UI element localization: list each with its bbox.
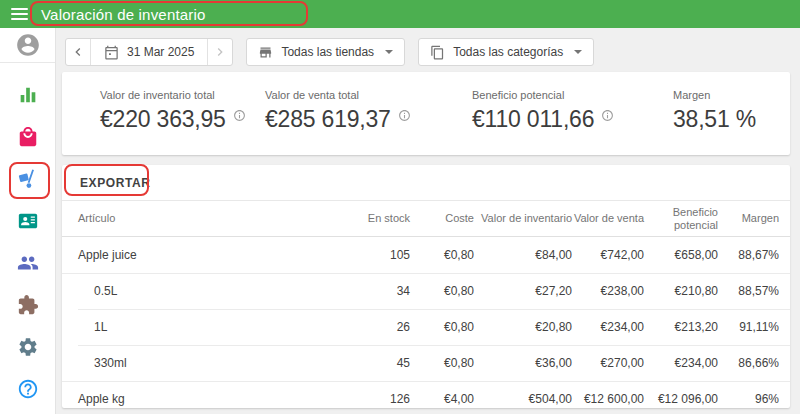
calendar-icon bbox=[104, 45, 119, 60]
account-icon bbox=[15, 32, 41, 58]
sidebar-item-integrations[interactable] bbox=[0, 284, 55, 326]
sidebar-item-reports[interactable] bbox=[0, 74, 55, 116]
value-cell: 88,67% bbox=[718, 248, 779, 262]
value-cell: €504,00 bbox=[474, 392, 572, 406]
info-icon[interactable] bbox=[398, 109, 411, 122]
column-header: Beneficio potencial bbox=[644, 206, 718, 232]
bar-chart-icon bbox=[17, 84, 39, 106]
value-cell: €12 600,00 bbox=[572, 392, 644, 406]
people-icon bbox=[17, 252, 39, 274]
table-row[interactable]: Apple kg126€4,00€504,00€12 600,00€12 096… bbox=[62, 381, 790, 408]
table-header: ArtículoEn stockCosteValor de inventario… bbox=[62, 200, 790, 237]
chevron-down-icon bbox=[574, 50, 582, 54]
row-divider bbox=[62, 381, 790, 382]
value-cell: 34 bbox=[320, 284, 410, 298]
sidebar-item-settings[interactable] bbox=[0, 326, 55, 368]
info-icon[interactable] bbox=[233, 109, 246, 122]
sidebar-nav bbox=[0, 63, 55, 410]
value-cell: €234,00 bbox=[644, 356, 718, 370]
value-cell: €238,00 bbox=[572, 284, 644, 298]
stat-retail-value: Valor de venta total €285 619,37 bbox=[265, 89, 411, 133]
value-cell: €36,00 bbox=[474, 356, 572, 370]
inventory-table-card: EXPORTAR ArtículoEn stockCosteValor de i… bbox=[62, 165, 790, 408]
column-header: Artículo bbox=[62, 212, 320, 225]
chevron-left-icon bbox=[70, 44, 86, 60]
chevron-right-icon bbox=[212, 44, 228, 60]
value-cell: 86,66% bbox=[718, 356, 779, 370]
sidebar-item-employees[interactable] bbox=[0, 242, 55, 284]
value-cell: €27,20 bbox=[474, 284, 572, 298]
date-value: 31 Mar 2025 bbox=[127, 45, 194, 59]
row-divider bbox=[78, 345, 790, 346]
table-row[interactable]: 330ml45€0,80€36,00€270,00€234,0086,66% bbox=[62, 345, 790, 381]
stat-label: Valor de inventario total bbox=[100, 89, 246, 101]
column-header: Margen bbox=[718, 212, 779, 225]
column-header: Valor de venta bbox=[572, 212, 644, 225]
stat-potential-profit: Beneficio potencial €110 011,66 bbox=[472, 89, 614, 133]
value-cell: €0,80 bbox=[410, 320, 474, 334]
value-cell: 91,11% bbox=[718, 320, 779, 334]
info-icon[interactable] bbox=[601, 109, 614, 122]
date-display-button[interactable]: 31 Mar 2025 bbox=[91, 39, 207, 65]
stat-value: 38,51 % bbox=[673, 106, 756, 133]
row-divider bbox=[62, 273, 790, 274]
export-bar: EXPORTAR bbox=[62, 165, 790, 200]
export-button[interactable]: EXPORTAR bbox=[78, 172, 153, 194]
hamburger-menu-icon[interactable] bbox=[11, 5, 28, 23]
sidebar-item-inventory[interactable] bbox=[0, 158, 55, 200]
stat-margin: Margen 38,51 % bbox=[673, 89, 756, 133]
value-cell: 105 bbox=[320, 248, 410, 262]
page-title: Valoración de inventario bbox=[41, 6, 206, 23]
value-cell: 88,57% bbox=[718, 284, 779, 298]
stat-label: Margen bbox=[673, 89, 756, 101]
item-name-cell: 0.5L bbox=[62, 284, 320, 298]
stores-filter-dropdown[interactable]: Todas las tiendas bbox=[246, 38, 405, 66]
sidebar-item-help[interactable] bbox=[0, 368, 55, 410]
item-name-cell: 330ml bbox=[62, 356, 320, 370]
value-cell: €742,00 bbox=[572, 248, 644, 262]
value-cell: €0,80 bbox=[410, 284, 474, 298]
app-header: Valoración de inventario bbox=[0, 0, 800, 28]
date-picker: 31 Mar 2025 bbox=[65, 38, 233, 66]
filter-bar: 31 Mar 2025 Todas las tiendas Todas las … bbox=[65, 38, 594, 66]
stat-label: Valor de venta total bbox=[265, 89, 411, 101]
categories-filter-dropdown[interactable]: Todas las categorías bbox=[418, 38, 594, 66]
date-prev-button[interactable] bbox=[66, 39, 91, 65]
column-header: En stock bbox=[320, 212, 410, 225]
table-row[interactable]: Apple juice105€0,80€84,00€742,00€658,008… bbox=[62, 237, 790, 273]
column-header: Valor de inventario bbox=[474, 212, 572, 225]
value-cell: €234,00 bbox=[572, 320, 644, 334]
stat-label: Beneficio potencial bbox=[472, 89, 614, 101]
id-card-icon bbox=[17, 210, 39, 232]
item-name-cell: 1L bbox=[62, 320, 320, 334]
summary-card: Valor de inventario total €220 363,95 Va… bbox=[62, 72, 790, 155]
stat-inventory-value: Valor de inventario total €220 363,95 bbox=[100, 89, 246, 133]
categories-icon bbox=[430, 45, 445, 60]
sidebar-item-customers[interactable] bbox=[0, 200, 55, 242]
value-cell: €0,80 bbox=[410, 356, 474, 370]
puzzle-icon bbox=[17, 294, 39, 316]
hand-truck-icon bbox=[17, 168, 39, 190]
value-cell: 45 bbox=[320, 356, 410, 370]
stat-value: €110 011,66 bbox=[472, 106, 594, 133]
value-cell: €213,20 bbox=[644, 320, 718, 334]
sidebar-item-items[interactable] bbox=[0, 116, 55, 158]
value-cell: €270,00 bbox=[572, 356, 644, 370]
value-cell: €0,80 bbox=[410, 248, 474, 262]
value-cell: €210,80 bbox=[644, 284, 718, 298]
sidebar-item-account[interactable] bbox=[0, 28, 55, 63]
table-row[interactable]: 1L26€0,80€20,80€234,00€213,2091,11% bbox=[62, 309, 790, 345]
date-next-button[interactable] bbox=[207, 39, 232, 65]
value-cell: 126 bbox=[320, 392, 410, 406]
categories-filter-label: Todas las categorías bbox=[453, 45, 563, 59]
value-cell: €84,00 bbox=[474, 248, 572, 262]
value-cell: 26 bbox=[320, 320, 410, 334]
table-row[interactable]: 0.5L34€0,80€27,20€238,00€210,8088,57% bbox=[62, 273, 790, 309]
stat-value: €220 363,95 bbox=[100, 106, 226, 133]
column-header: Coste bbox=[410, 212, 474, 225]
value-cell: €4,00 bbox=[410, 392, 474, 406]
stores-filter-label: Todas las tiendas bbox=[281, 45, 374, 59]
shopping-bag-icon bbox=[17, 126, 39, 148]
sidebar bbox=[0, 28, 56, 414]
value-cell: €20,80 bbox=[474, 320, 572, 334]
